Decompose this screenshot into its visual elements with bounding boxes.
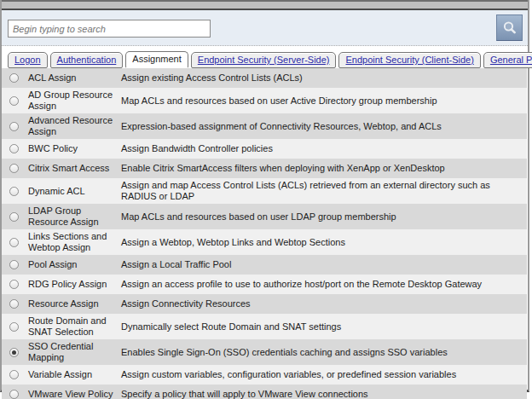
item-description: Map ACLs and resources based on user Act… <box>121 95 520 107</box>
radio-icon[interactable] <box>9 212 19 222</box>
radio-icon[interactable] <box>9 122 19 131</box>
item-description: Assign Connectivity Resources <box>121 298 520 309</box>
item-name: LDAP Group Resource Assign <box>28 205 113 228</box>
table-row: LDAP Group Resource AssignMap ACLs and r… <box>2 204 527 229</box>
radio-icon[interactable] <box>9 280 19 289</box>
tab-logon[interactable]: Logon <box>8 52 48 68</box>
policy-item-list: ACL AssignAssign existing Access Control… <box>2 68 527 399</box>
tab-authentication[interactable]: Authentication <box>50 52 124 68</box>
search-input[interactable] <box>8 20 211 38</box>
radio-icon[interactable] <box>9 238 19 247</box>
add-item-dialog: LogonAuthenticationAssignmentEndpoint Se… <box>0 0 529 392</box>
radio-selected-icon[interactable] <box>9 348 19 357</box>
table-row: Variable AssignAssign custom variables, … <box>2 365 527 385</box>
item-description: Expression-based assignment of Connectiv… <box>121 121 520 132</box>
item-description: Assign a Webtop, Webtop Links and Webtop… <box>121 237 520 248</box>
radio-icon[interactable] <box>9 390 19 399</box>
table-row: Advanced Resource AssignExpression-based… <box>2 113 527 139</box>
item-description: Assign an access profile to use to autho… <box>121 279 520 290</box>
tab-endpoint-security-server-side[interactable]: Endpoint Security (Server-Side) <box>191 52 337 68</box>
tab-general-purpose[interactable]: General Purpose <box>483 52 532 68</box>
item-name: BWC Policy <box>28 143 113 154</box>
item-name: Route Domain and SNAT Selection <box>28 315 113 338</box>
table-row: Pool AssignAssign a Local Traffic Pool <box>2 255 527 275</box>
item-description: Assign custom variables, configuration v… <box>121 369 520 380</box>
table-row: Dynamic ACLAssign and map Access Control… <box>2 178 527 204</box>
item-name: Advanced Resource Assign <box>28 115 113 137</box>
magnifier-icon <box>502 20 518 36</box>
item-description: Assign existing Access Control Lists (AC… <box>121 72 520 84</box>
item-name: Citrix Smart Access <box>28 163 113 174</box>
radio-icon[interactable] <box>9 187 19 196</box>
search-button[interactable] <box>496 14 523 41</box>
radio-icon[interactable] <box>9 299 19 309</box>
table-row: ACL AssignAssign existing Access Control… <box>2 68 527 88</box>
item-description: Assign and map Access Control Lists (ACL… <box>121 180 520 202</box>
item-description: Map ACLs and resources based on user LDA… <box>121 211 520 223</box>
table-row: Citrix Smart AccessEnable Citrix SmartAc… <box>2 159 527 178</box>
table-row: AD Group Resource AssignMap ACLs and res… <box>2 88 527 113</box>
item-name: Variable Assign <box>28 369 113 380</box>
radio-icon[interactable] <box>9 322 19 332</box>
radio-icon[interactable] <box>9 260 19 269</box>
item-name: SSO Credential Mapping <box>28 341 113 363</box>
table-row: Resource AssignAssign Connectivity Resou… <box>2 294 527 314</box>
item-description: Assign Bandwidth Controller policies <box>121 143 520 154</box>
item-description: Dynamically select Route Domain and SNAT… <box>121 321 520 332</box>
item-name: VMware View Policy <box>28 389 113 399</box>
item-name: AD Group Resource Assign <box>28 90 113 112</box>
table-row: Links Sections and Webtop AssignAssign a… <box>2 229 527 255</box>
item-description: Enable Citrix SmartAccess filters when d… <box>121 163 520 174</box>
tab-endpoint-security-client-side[interactable]: Endpoint Security (Client-Side) <box>338 52 480 68</box>
radio-icon[interactable] <box>9 370 19 379</box>
search-bar <box>2 10 528 46</box>
item-name: Pool Assign <box>28 259 113 270</box>
table-row: BWC PolicyAssign Bandwidth Controller po… <box>2 139 527 159</box>
radio-icon[interactable] <box>9 164 19 173</box>
item-description: Assign a Local Traffic Pool <box>121 259 520 270</box>
tab-assignment[interactable]: Assignment <box>125 51 188 68</box>
item-description: Specify a policy that will apply to VMwa… <box>121 389 520 399</box>
radio-icon[interactable] <box>9 96 19 106</box>
item-name: RDG Policy Assign <box>28 279 113 290</box>
radio-icon[interactable] <box>9 144 19 153</box>
table-row: RDG Policy AssignAssign an access profil… <box>2 275 527 294</box>
item-description: Enables Single Sign-On (SSO) credentials… <box>121 347 520 358</box>
item-name: Dynamic ACL <box>28 186 113 197</box>
item-name: ACL Assign <box>28 72 113 84</box>
table-row: Route Domain and SNAT SelectionDynamical… <box>2 314 527 339</box>
radio-icon[interactable] <box>9 73 19 83</box>
item-name: Resource Assign <box>28 298 113 309</box>
dialog-titlebar <box>2 0 528 10</box>
tab-bar: LogonAuthenticationAssignmentEndpoint Se… <box>2 51 528 68</box>
table-row: SSO Credential MappingEnables Single Sig… <box>2 339 527 365</box>
table-row: VMware View PolicySpecify a policy that … <box>2 385 527 399</box>
item-name: Links Sections and Webtop Assign <box>28 231 113 253</box>
